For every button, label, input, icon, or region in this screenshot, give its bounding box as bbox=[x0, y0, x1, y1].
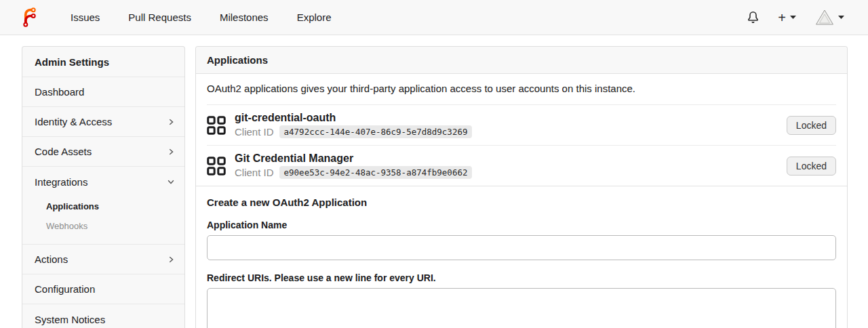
sidebar-item-label: Integrations bbox=[35, 176, 87, 188]
create-oauth2-section: Create a new OAuth2 Application Applicat… bbox=[196, 186, 847, 328]
top-navbar: Issues Pull Requests Milestones Explore … bbox=[0, 0, 868, 35]
sidebar-item-integrations[interactable]: Integrations bbox=[22, 167, 184, 197]
forgejo-logo[interactable] bbox=[19, 7, 40, 28]
sidebar-item-label: Dashboard bbox=[35, 86, 84, 98]
forgejo-logo-icon bbox=[19, 7, 40, 28]
sidebar-item-label: Configuration bbox=[35, 283, 95, 295]
oauth2-app-row: git-credential-oauth Client ID a4792ccc-… bbox=[196, 105, 847, 145]
sidebar-item-configuration[interactable]: Configuration bbox=[22, 274, 184, 304]
app-name: git-credential-oauth bbox=[235, 112, 472, 124]
client-id-line: Client ID e90ee53c-94e2-48ac-9358-a874fb… bbox=[235, 166, 472, 179]
admin-sidebar: Admin Settings Dashboard Identity & Acce… bbox=[22, 46, 185, 328]
redirect-uris-label: Redirect URIs. Please use a new line for… bbox=[207, 272, 836, 283]
locked-button[interactable]: Locked bbox=[787, 116, 836, 135]
notifications-button[interactable] bbox=[741, 7, 765, 27]
sidebar-item-actions[interactable]: Actions bbox=[22, 245, 184, 274]
caret-down-icon bbox=[838, 16, 844, 19]
plus-icon: + bbox=[778, 12, 786, 23]
client-id-value: e90ee53c-94e2-48ac-9358-a874fb9e0662 bbox=[279, 166, 473, 179]
sidebar-title: Admin Settings bbox=[22, 47, 184, 77]
app-name: Git Credential Manager bbox=[235, 152, 472, 165]
nav-link-issues[interactable]: Issues bbox=[60, 6, 110, 28]
sidebar-item-label: System Notices bbox=[35, 314, 105, 325]
chevron-right-icon bbox=[167, 148, 175, 156]
apps-grid-icon bbox=[207, 116, 226, 135]
client-id-value: a4792ccc-144e-407e-86c9-5e7d8d9c3269 bbox=[279, 125, 473, 138]
page-body: Admin Settings Dashboard Identity & Acce… bbox=[0, 35, 868, 328]
navbar-right: + bbox=[741, 5, 850, 30]
sidebar-item-label: Code Assets bbox=[35, 146, 92, 157]
app-info: git-credential-oauth Client ID a4792ccc-… bbox=[235, 112, 472, 138]
oauth2-description: OAuth2 applications gives your third-par… bbox=[196, 74, 847, 104]
sidebar-item-system-notices[interactable]: System Notices bbox=[22, 304, 184, 328]
applications-panel: Applications OAuth2 applications gives y… bbox=[195, 46, 848, 328]
oauth2-app-row: Git Credential Manager Client ID e90ee53… bbox=[196, 146, 847, 186]
chevron-right-icon bbox=[167, 255, 175, 264]
panel-title: Applications bbox=[196, 47, 847, 74]
client-id-label: Client ID bbox=[235, 167, 274, 178]
client-id-line: Client ID a4792ccc-144e-407e-86c9-5e7d8d… bbox=[235, 125, 472, 138]
app-info: Git Credential Manager Client ID e90ee53… bbox=[235, 152, 472, 179]
sidebar-item-label: Actions bbox=[35, 253, 68, 265]
sidebar-item-dashboard[interactable]: Dashboard bbox=[22, 77, 184, 107]
sidebar-item-label: Identity & Access bbox=[35, 116, 112, 127]
sidebar-item-identity-access[interactable]: Identity & Access bbox=[22, 107, 184, 137]
bell-icon bbox=[747, 12, 759, 23]
user-menu-dropdown[interactable] bbox=[809, 5, 850, 30]
locked-button[interactable]: Locked bbox=[787, 157, 836, 176]
create-section-title: Create a new OAuth2 Application bbox=[207, 197, 836, 208]
application-name-input[interactable] bbox=[207, 235, 836, 260]
apps-grid-icon bbox=[207, 157, 226, 176]
sidebar-item-code-assets[interactable]: Code Assets bbox=[22, 137, 184, 167]
chevron-right-icon bbox=[167, 118, 175, 126]
client-id-label: Client ID bbox=[235, 126, 274, 138]
nav-link-pull-requests[interactable]: Pull Requests bbox=[118, 6, 201, 28]
redirect-uris-textarea[interactable] bbox=[207, 288, 836, 328]
nav-link-milestones[interactable]: Milestones bbox=[210, 6, 279, 28]
sidebar-item-applications[interactable]: Applications bbox=[22, 197, 184, 216]
sidebar-group-integrations: Integrations Applications Webhooks bbox=[22, 167, 184, 245]
sidebar-item-webhooks[interactable]: Webhooks bbox=[22, 216, 184, 236]
caret-down-icon bbox=[790, 16, 796, 19]
application-name-label: Application Name bbox=[207, 220, 836, 230]
integrations-submenu: Applications Webhooks bbox=[22, 197, 184, 244]
create-new-dropdown[interactable]: + bbox=[772, 8, 802, 27]
user-avatar bbox=[815, 9, 834, 26]
chevron-down-icon bbox=[167, 178, 175, 186]
nav-link-explore[interactable]: Explore bbox=[287, 6, 342, 28]
